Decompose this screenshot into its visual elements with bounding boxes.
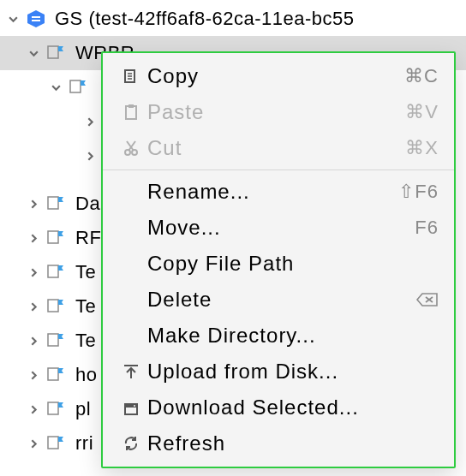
folder-icon [46,401,67,418]
svg-rect-4 [70,80,81,92]
svg-rect-1 [32,16,40,18]
chevron-right-icon[interactable] [26,233,41,244]
folder-icon [46,298,67,315]
chevron-down-icon[interactable] [5,14,21,25]
menu-shortcut: F6 [415,217,439,239]
tree-item-label: ho [75,364,97,386]
delete-key-icon [416,292,439,307]
menu-upload[interactable]: Upload from Disk... [103,354,454,390]
svg-rect-8 [48,300,58,312]
menu-rename[interactable]: Rename... ⇧F6 [103,174,454,210]
menu-cut: Cut ⌘X [103,130,454,166]
menu-copy[interactable]: Copy ⌘C [103,58,454,94]
menu-refresh[interactable]: Refresh [103,425,454,461]
menu-move[interactable]: Move... F6 [103,210,454,246]
chevron-right-icon[interactable] [82,116,98,128]
folder-icon [46,45,67,62]
folder-icon [46,229,67,247]
chevron-down-icon[interactable] [26,48,41,59]
chevron-right-icon[interactable] [26,336,41,347]
cut-icon [115,140,147,157]
svg-rect-7 [48,265,58,277]
chevron-right-icon[interactable] [26,370,41,381]
menu-label: Rename... [147,180,398,204]
menu-label: Copy [147,64,404,88]
folder-icon [46,195,67,212]
tree-item-label: rri [75,432,93,455]
chevron-right-icon[interactable] [82,151,98,162]
tree-item-label: Te [75,295,96,318]
tree-item-label: pl [75,398,91,420]
svg-rect-3 [48,46,58,58]
folder-icon [46,264,67,281]
tree-item-label: Te [75,330,96,352]
tree-item-label: Te [75,261,96,283]
menu-shortcut: ⇧F6 [398,181,439,203]
chevron-right-icon[interactable] [26,199,41,210]
menu-label: Download Selected... [147,396,439,419]
menu-copy-path[interactable]: Copy File Path [103,246,454,282]
svg-rect-2 [32,20,40,21]
tree-item-label: RF [75,227,101,249]
svg-rect-5 [48,197,58,209]
chevron-right-icon[interactable] [26,301,41,312]
menu-label: Move... [147,216,415,240]
menu-label: Refresh [147,431,439,455]
menu-label: Paste [147,100,405,124]
menu-paste: Paste ⌘V [103,94,454,130]
menu-download[interactable]: Download Selected... [103,390,454,425]
menu-make-directory[interactable]: Make Directory... [103,318,454,354]
svg-rect-17 [126,106,136,119]
menu-delete[interactable]: Delete [103,282,454,318]
gs-bucket-icon [26,9,46,29]
chevron-right-icon[interactable] [26,267,41,278]
menu-label: Cut [147,136,405,160]
chevron-right-icon[interactable] [26,404,41,415]
svg-point-28 [134,405,135,407]
svg-rect-11 [48,402,58,414]
download-icon [115,399,147,416]
folder-icon [46,435,67,452]
svg-marker-0 [27,10,45,27]
svg-rect-9 [48,334,58,346]
menu-label: Upload from Disk... [147,360,439,384]
chevron-down-icon[interactable] [48,82,63,93]
svg-rect-18 [128,104,134,108]
upload-icon [115,363,147,380]
tree-item-label: Da [75,193,100,215]
refresh-icon [115,435,147,452]
folder-icon [69,79,89,96]
copy-icon [115,68,147,85]
menu-label: Make Directory... [147,324,439,348]
svg-rect-10 [48,368,58,380]
svg-rect-12 [48,437,58,449]
menu-separator [103,170,454,170]
folder-icon [46,366,67,384]
chevron-right-icon[interactable] [26,438,41,449]
menu-label: Delete [147,288,416,312]
menu-shortcut: ⌘C [404,65,439,87]
menu-label: Copy File Path [147,252,439,276]
tree-root-label: GS (test-42ff6af8-62ca-11ea-bc55 [55,8,354,30]
menu-shortcut: ⌘X [405,137,439,159]
svg-rect-6 [48,231,58,243]
context-menu: Copy ⌘C Paste ⌘V Cut ⌘X Rename... ⇧F6 Mo… [101,51,456,468]
tree-row-root[interactable]: GS (test-42ff6af8-62ca-11ea-bc55 [0,2,466,36]
menu-shortcut: ⌘V [405,101,439,123]
folder-icon [46,332,67,349]
paste-icon [115,104,147,121]
